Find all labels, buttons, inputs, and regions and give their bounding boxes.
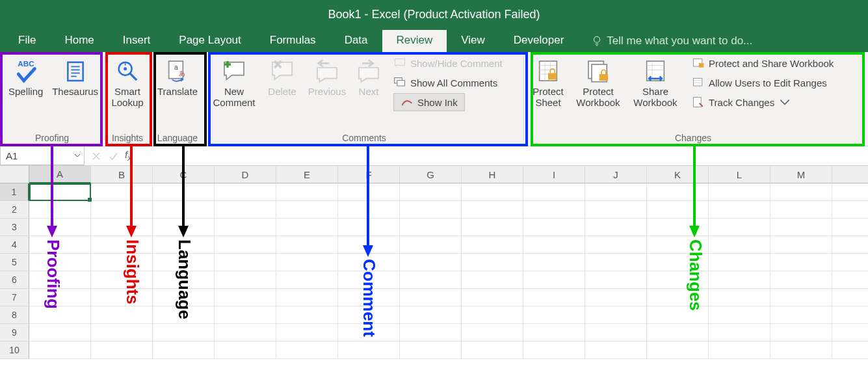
new-comment-icon	[221, 58, 247, 84]
chevron-down-icon	[778, 96, 791, 109]
delc-l: Delete	[268, 86, 296, 97]
svg-rect-19	[699, 63, 704, 68]
next-comment-icon	[356, 58, 382, 84]
row-header[interactable]: 8	[0, 306, 29, 324]
tab-home[interactable]: Home	[50, 30, 108, 52]
showink-l: Show Ink	[417, 97, 458, 108]
window-title: Book1 - Excel (Product Activation Failed…	[328, 8, 540, 21]
column-header[interactable]: C	[153, 166, 215, 183]
protect-workbook-button[interactable]: Protect Workbook	[570, 53, 627, 109]
smart-lookup-button[interactable]: Smart Lookup	[107, 53, 148, 109]
group-changes-label: Changes	[527, 131, 860, 146]
column-header[interactable]: M	[770, 166, 832, 183]
translate-icon: aあ	[164, 58, 191, 84]
select-all-corner[interactable]	[0, 166, 29, 183]
showhide-l: Show/Hide Comment	[410, 58, 503, 69]
protect-workbook-icon	[585, 58, 611, 84]
spelling-button[interactable]: ABC Spelling	[3, 53, 49, 97]
name-box[interactable]: A1	[0, 146, 85, 165]
tab-formulas[interactable]: Formulas	[256, 30, 330, 52]
ps-l2: Sheet	[535, 97, 560, 108]
svg-rect-20	[694, 78, 702, 86]
svg-rect-13	[548, 73, 557, 79]
chevron-down-icon[interactable]	[73, 152, 81, 159]
tab-page-layout[interactable]: Page Layout	[164, 30, 255, 52]
pw-l1: Protect	[583, 86, 614, 97]
row-header[interactable]: 6	[0, 271, 29, 289]
allow-users-edit-button[interactable]: Allow Users to Edit Ranges	[688, 73, 837, 92]
group-insights-label: Insights	[107, 131, 148, 146]
track-changes-icon	[692, 96, 705, 109]
column-header[interactable]: D	[215, 166, 276, 183]
row-header[interactable]: 3	[0, 219, 29, 236]
cancel-formula-icon	[91, 151, 101, 161]
row-header[interactable]: 10	[0, 342, 29, 359]
tab-file[interactable]: File	[4, 30, 50, 52]
svg-point-1	[594, 36, 600, 42]
ps-l1: Protect	[533, 86, 564, 97]
group-proofing: ABC Spelling Thesaurus Proofing	[0, 52, 104, 146]
show-ink-button[interactable]: Show Ink	[389, 92, 506, 112]
sw-l2: Workbook	[633, 97, 677, 108]
pw-l2: Workbook	[576, 97, 620, 108]
thesaurus-label: Thesaurus	[52, 86, 98, 97]
column-header[interactable]: I	[523, 166, 585, 183]
track-l: Track Changes	[709, 97, 774, 108]
share-workbook-button[interactable]: Share Workbook	[627, 53, 684, 109]
row-header[interactable]: 1	[0, 183, 29, 201]
tab-view[interactable]: View	[447, 30, 499, 52]
column-header[interactable]: B	[91, 166, 153, 183]
tab-developer[interactable]: Developer	[499, 30, 579, 52]
title-bar: Book1 - Excel (Product Activation Failed…	[0, 0, 868, 29]
row-header[interactable]: 4	[0, 236, 29, 254]
column-header[interactable]: E	[276, 166, 338, 183]
svg-text:あ: あ	[179, 70, 185, 77]
column-header[interactable]: J	[585, 166, 647, 183]
group-language-label: Language	[153, 131, 202, 146]
column-header[interactable]: A	[29, 166, 91, 183]
smart-lookup-icon	[114, 58, 140, 84]
column-header[interactable]	[832, 166, 868, 183]
formula-input[interactable]	[131, 146, 868, 165]
row-header[interactable]: 2	[0, 201, 29, 219]
protect-sheet-icon	[535, 58, 561, 84]
new-comment-button[interactable]: New Comment	[207, 53, 261, 109]
thesaurus-button[interactable]: Thesaurus	[49, 53, 101, 97]
column-headers: A B C D E F G H I J K L M	[29, 166, 868, 183]
column-header[interactable]: H	[462, 166, 523, 183]
svg-point-5	[124, 67, 127, 70]
column-header[interactable]: F	[338, 166, 400, 183]
delete-comment-icon	[269, 58, 295, 84]
quick-access-toolbar	[5, 9, 74, 21]
tell-me-search[interactable]: Tell me what you want to do...	[591, 34, 752, 52]
group-insights: Smart Lookup Insights	[105, 52, 150, 146]
row-header[interactable]: 7	[0, 289, 29, 306]
nextc-l: Next	[359, 86, 379, 97]
newc-l2: Comment	[213, 97, 255, 108]
tab-insert[interactable]: Insert	[109, 30, 165, 52]
svg-rect-3	[68, 62, 83, 81]
protect-sheet-button[interactable]: Protect Sheet	[527, 53, 570, 109]
prevc-l: Previous	[308, 86, 346, 97]
cells-area[interactable]	[29, 183, 868, 359]
ribbon-tabs: File Home Insert Page Layout Formulas Da…	[0, 29, 868, 52]
track-changes-button[interactable]: Track Changes	[688, 92, 837, 112]
spelling-label: Spelling	[8, 86, 43, 97]
row-header[interactable]: 9	[0, 324, 29, 342]
pshare-l: Protect and Share Workbook	[709, 58, 834, 69]
show-all-comments-button[interactable]: Show All Comments	[389, 73, 506, 92]
column-header[interactable]: G	[400, 166, 462, 183]
row-header[interactable]: 5	[0, 254, 29, 271]
tab-data[interactable]: Data	[330, 30, 382, 52]
translate-button[interactable]: aあ Translate	[153, 53, 202, 97]
fx-icon[interactable]: fx	[125, 149, 131, 163]
active-cell-indicator	[29, 183, 91, 201]
tab-review[interactable]: Review	[382, 30, 447, 52]
column-header[interactable]: K	[647, 166, 709, 183]
show-hide-comment-button: Show/Hide Comment	[389, 53, 506, 73]
group-proofing-label: Proofing	[3, 131, 101, 146]
column-header[interactable]: L	[709, 166, 770, 183]
name-box-value: A1	[6, 150, 18, 161]
protect-share-workbook-button[interactable]: Protect and Share Workbook	[688, 53, 837, 73]
previous-comment-icon	[314, 58, 340, 84]
